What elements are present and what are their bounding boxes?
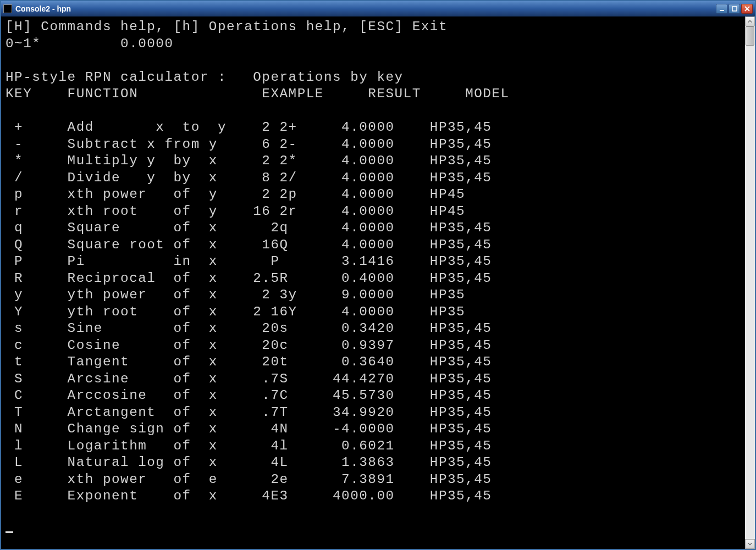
content-area: [H] Commands help, [h] Operations help, … [1, 16, 755, 549]
help-line: [H] Commands help, [h] Operations help, … [5, 19, 448, 34]
minimize-button[interactable] [716, 4, 727, 14]
vertical-scrollbar[interactable] [745, 16, 755, 549]
titlebar[interactable]: Console2 - hpn [1, 1, 755, 16]
section-title: HP-style RPN calculator : Operations by … [5, 70, 404, 85]
chevron-down-icon [748, 542, 752, 546]
app-icon [3, 4, 12, 13]
cursor [5, 531, 13, 533]
console-window: Console2 - hpn [H] Commands help, [h] Op… [0, 0, 756, 550]
console-output[interactable]: [H] Commands help, [h] Operations help, … [1, 16, 745, 549]
scroll-thumb[interactable] [746, 26, 754, 46]
close-icon [744, 6, 750, 12]
close-button[interactable] [741, 4, 753, 14]
maximize-button[interactable] [729, 4, 740, 14]
svg-rect-1 [732, 7, 737, 11]
operations-list: + Add x to y 2 2+ 4.0000 HP35,45 - Subtr… [5, 120, 492, 503]
window-controls [716, 4, 753, 14]
stack-line: 0~1* 0.0000 [5, 36, 174, 51]
column-headers: KEY FUNCTION EXAMPLE RESULT MODEL [5, 86, 510, 101]
maximize-icon [732, 6, 737, 12]
scroll-up-button[interactable] [745, 16, 755, 26]
minimize-icon [719, 6, 725, 12]
window-title: Console2 - hpn [15, 4, 716, 13]
scroll-down-button[interactable] [745, 539, 755, 549]
scroll-track[interactable] [745, 26, 755, 539]
chevron-up-icon [748, 19, 752, 24]
